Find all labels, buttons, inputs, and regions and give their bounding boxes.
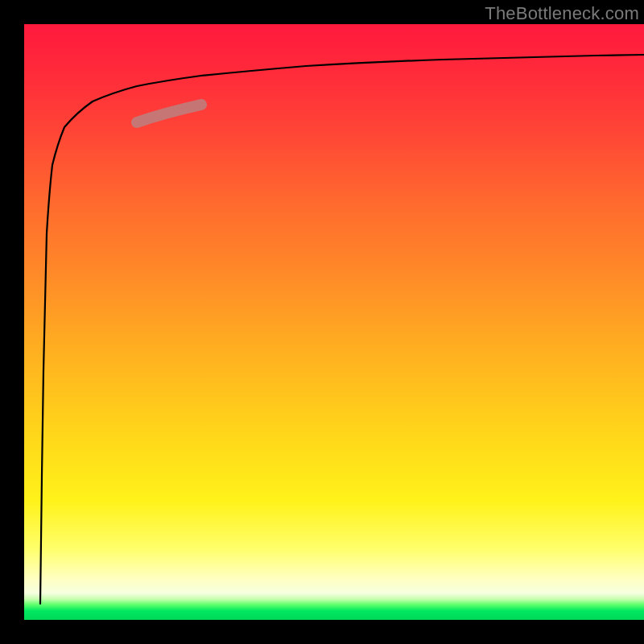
curve-svg bbox=[24, 24, 644, 620]
bottleneck-curve bbox=[40, 55, 644, 604]
watermark-text: TheBottleneck.com bbox=[485, 3, 639, 24]
plot-gradient-area bbox=[24, 24, 644, 620]
chart-frame: TheBottleneck.com bbox=[0, 0, 644, 644]
curve-highlight-segment bbox=[137, 105, 201, 122]
